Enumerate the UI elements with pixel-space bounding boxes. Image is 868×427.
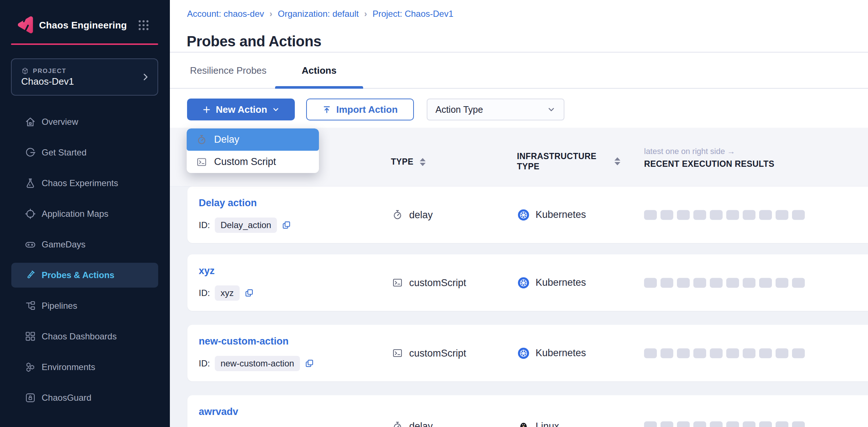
menu-item-delay[interactable]: Delay bbox=[187, 128, 319, 151]
action-name-link[interactable]: new-custom-action bbox=[199, 336, 289, 347]
action-id-value: Delay_action bbox=[215, 218, 277, 233]
action-name-link[interactable]: awrvadv bbox=[199, 406, 238, 418]
recent-execution-results bbox=[644, 278, 805, 288]
execution-result-placeholder bbox=[776, 278, 788, 288]
execution-result-placeholder bbox=[710, 422, 723, 427]
column-header-recent-execution-results: RECENT EXECUTION RESULTS bbox=[644, 159, 774, 169]
action-type-value: delay bbox=[409, 209, 433, 220]
infrastructure-type-value: Kubernetes bbox=[536, 277, 586, 288]
execution-result-placeholder bbox=[776, 210, 788, 220]
sidebar-item-chaos-dashboards[interactable]: Chaos Dashboards bbox=[11, 324, 158, 349]
action-name-link[interactable]: Delay action bbox=[199, 197, 257, 209]
execution-result-placeholder bbox=[677, 422, 690, 427]
copy-icon[interactable] bbox=[305, 359, 314, 368]
execution-result-placeholder bbox=[776, 348, 788, 358]
sidebar-item-label: Overview bbox=[42, 117, 78, 127]
action-type-filter-value: Action Type bbox=[435, 104, 547, 115]
execution-result-placeholder bbox=[660, 210, 673, 220]
infrastructure-type-value: Kubernetes bbox=[536, 209, 586, 220]
execution-result-placeholder bbox=[726, 348, 739, 358]
action-name-link[interactable]: xyz bbox=[199, 265, 215, 277]
brand-accent-line bbox=[11, 43, 158, 45]
sidebar-item-chaos-experiments[interactable]: Chaos Experiments bbox=[11, 171, 158, 196]
gamepad-icon bbox=[24, 239, 36, 250]
action-type-value: delay bbox=[409, 421, 433, 427]
sidebar-item-label: GameDays bbox=[42, 239, 85, 250]
breadcrumb-separator: › bbox=[364, 9, 367, 19]
type-icon-slot bbox=[392, 209, 403, 220]
menu-item-label: Delay bbox=[214, 134, 239, 145]
sidebar-item-label: Chaos Dashboards bbox=[42, 331, 117, 342]
sidebar-item-overview[interactable]: Overview bbox=[11, 109, 158, 134]
sidebar-item-probes-actions[interactable]: Probes & Actions bbox=[11, 263, 158, 288]
project-selector[interactable]: PROJECT Chaos-Dev1 bbox=[11, 58, 158, 96]
id-label: ID: bbox=[199, 358, 210, 369]
execution-result-placeholder bbox=[726, 210, 739, 220]
copy-icon[interactable] bbox=[282, 220, 291, 230]
import-icon bbox=[322, 105, 331, 114]
import-action-label: Import Action bbox=[336, 104, 397, 115]
copy-icon[interactable] bbox=[244, 288, 254, 298]
table-row: new-custom-action ID: new-custom-action … bbox=[187, 325, 868, 381]
new-action-dropdown-menu: Delay Custom Script bbox=[187, 128, 319, 173]
sidebar-item-environments[interactable]: Environments bbox=[11, 355, 158, 380]
cube-icon bbox=[21, 67, 29, 75]
type-icon-slot bbox=[392, 277, 403, 288]
execution-result-placeholder bbox=[660, 422, 673, 427]
sidebar-item-label: Get Started bbox=[42, 147, 87, 158]
tab-actions[interactable]: Actions bbox=[275, 65, 363, 76]
execution-result-placeholder bbox=[759, 348, 772, 358]
dashboard-grid-icon bbox=[24, 331, 36, 342]
flask-icon bbox=[24, 177, 36, 189]
breadcrumb-organization-link[interactable]: Organization: default bbox=[278, 9, 358, 19]
sort-icon[interactable] bbox=[420, 158, 426, 166]
new-action-button[interactable]: New Action bbox=[187, 99, 295, 120]
action-type-filter[interactable]: Action Type bbox=[427, 99, 564, 120]
recent-execution-results bbox=[644, 210, 805, 220]
sidebar-item-application-maps[interactable]: Application Maps bbox=[11, 201, 158, 226]
main-content: Account: chaos-dev › Organization: defau… bbox=[170, 0, 868, 427]
execution-result-placeholder bbox=[693, 348, 706, 358]
execution-result-placeholder bbox=[726, 278, 739, 288]
infra-icon-slot bbox=[518, 277, 529, 289]
execution-result-placeholder bbox=[759, 278, 772, 288]
column-header-type: TYPE bbox=[391, 157, 426, 167]
execution-result-placeholder bbox=[693, 210, 706, 220]
active-tab-indicator bbox=[275, 86, 363, 89]
execution-result-placeholder bbox=[660, 278, 673, 288]
plus-icon bbox=[202, 105, 211, 114]
sidebar-item-label: Pipelines bbox=[42, 301, 77, 311]
menu-item-custom-script[interactable]: Custom Script bbox=[187, 151, 319, 173]
sidebar-item-label: Probes & Actions bbox=[42, 270, 114, 280]
results-hint: latest one on right side → bbox=[644, 147, 735, 156]
breadcrumb: Account: chaos-dev › Organization: defau… bbox=[187, 9, 453, 19]
import-action-button[interactable]: Import Action bbox=[306, 99, 414, 120]
tab-resilience-probes[interactable]: Resilience Probes bbox=[190, 65, 267, 76]
execution-result-placeholder bbox=[710, 210, 723, 220]
infra-icon-slot bbox=[518, 347, 529, 359]
breadcrumb-project-link[interactable]: Project: Chaos-Dev1 bbox=[373, 9, 453, 19]
sidebar-item-get-started[interactable]: Get Started bbox=[11, 140, 158, 165]
page-title: Probes and Actions bbox=[187, 33, 321, 50]
id-label: ID: bbox=[199, 288, 210, 298]
module-grid-icon[interactable] bbox=[137, 19, 150, 31]
hexagons-icon bbox=[24, 361, 36, 373]
project-label: PROJECT bbox=[33, 68, 66, 75]
sidebar-item-gamedays[interactable]: GameDays bbox=[11, 232, 158, 257]
execution-result-placeholder bbox=[644, 210, 657, 220]
sidebar-item-label: Chaos Experiments bbox=[42, 178, 118, 188]
action-type-value: customScript bbox=[409, 277, 466, 288]
test-tube-icon bbox=[24, 269, 36, 281]
execution-result-placeholder bbox=[776, 422, 788, 427]
execution-result-placeholder bbox=[677, 278, 690, 288]
chevron-right-icon bbox=[141, 72, 150, 82]
sort-icon[interactable] bbox=[614, 157, 620, 165]
action-id-value: xyz bbox=[215, 285, 240, 301]
infra-icon-slot bbox=[518, 420, 529, 427]
breadcrumb-account-link[interactable]: Account: chaos-dev bbox=[187, 9, 264, 19]
sidebar-item-label: ChaosGuard bbox=[42, 393, 91, 403]
sidebar-item-pipelines[interactable]: Pipelines bbox=[11, 293, 158, 318]
target-icon bbox=[24, 208, 36, 220]
pipeline-icon bbox=[24, 300, 36, 312]
sidebar-item-chaosguard[interactable]: ChaosGuard bbox=[11, 385, 158, 410]
